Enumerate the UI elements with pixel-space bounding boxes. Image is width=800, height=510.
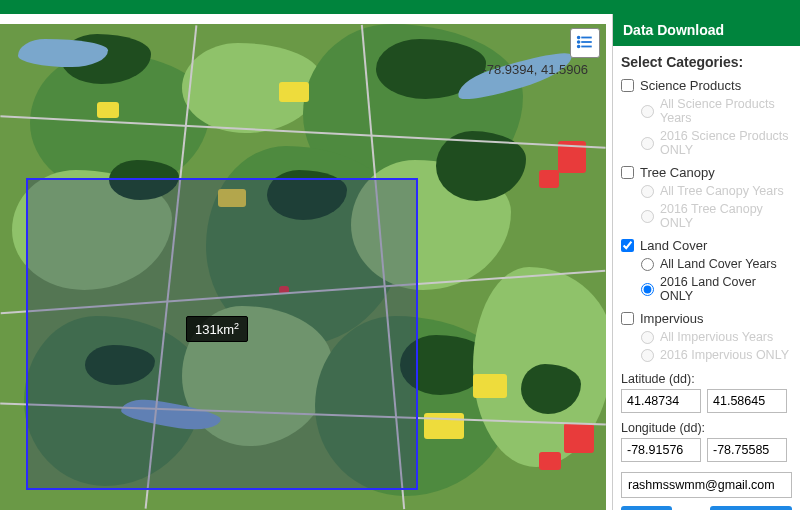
- opt-science-2016: 2016 Science Products ONLY: [641, 127, 792, 159]
- latitude-max-input[interactable]: [707, 389, 787, 413]
- category-label: Impervious: [640, 311, 704, 326]
- category-label: Science Products: [640, 78, 741, 93]
- opt-impervious-2016: 2016 Impervious ONLY: [641, 346, 792, 364]
- svg-point-4: [578, 41, 580, 43]
- checkbox-science[interactable]: [621, 79, 634, 92]
- email-input[interactable]: [621, 472, 792, 498]
- opt-tree-all: All Tree Canopy Years: [641, 182, 792, 200]
- category-landcover: Land Cover All Land Cover Years 2016 Lan…: [621, 236, 792, 305]
- sidebar-title: Data Download: [613, 14, 800, 46]
- opt-landcover-all[interactable]: All Land Cover Years: [641, 255, 792, 273]
- opt-science-all: All Science Products Years: [641, 95, 792, 127]
- opt-impervious-all: All Impervious Years: [641, 328, 792, 346]
- sidebar: Data Download Select Categories: Science…: [612, 14, 800, 510]
- clear-button[interactable]: Clear: [621, 506, 672, 510]
- category-impervious-toggle[interactable]: Impervious: [621, 309, 792, 328]
- latitude-label: Latitude (dd):: [621, 372, 792, 386]
- opt-tree-2016: 2016 Tree Canopy ONLY: [641, 200, 792, 232]
- latitude-min-input[interactable]: [621, 389, 701, 413]
- opt-landcover-2016[interactable]: 2016 Land Cover ONLY: [641, 273, 792, 305]
- longitude-label: Longitude (dd):: [621, 421, 792, 435]
- legend-button[interactable]: [570, 28, 600, 58]
- category-science: Science Products All Science Products Ye…: [621, 76, 792, 159]
- map-pane[interactable]: 131km2 -78.9394, 41.5906: [0, 24, 606, 510]
- checkbox-impervious[interactable]: [621, 312, 634, 325]
- cursor-coordinates: -78.9394, 41.5906: [482, 62, 588, 77]
- area-value: 131km: [195, 322, 234, 337]
- checkbox-landcover[interactable]: [621, 239, 634, 252]
- selection-area-label: 131km2: [186, 316, 248, 342]
- svg-point-3: [578, 36, 580, 38]
- category-tree-toggle[interactable]: Tree Canopy: [621, 163, 792, 182]
- category-landcover-toggle[interactable]: Land Cover: [621, 236, 792, 255]
- checkbox-tree[interactable]: [621, 166, 634, 179]
- longitude-max-input[interactable]: [707, 438, 787, 462]
- list-icon: [576, 33, 594, 54]
- download-button[interactable]: Download: [710, 506, 792, 510]
- category-label: Tree Canopy: [640, 165, 715, 180]
- category-label: Land Cover: [640, 238, 707, 253]
- area-exp: 2: [234, 321, 239, 331]
- categories-heading: Select Categories:: [621, 54, 792, 70]
- svg-point-5: [578, 45, 580, 47]
- longitude-min-input[interactable]: [621, 438, 701, 462]
- category-impervious: Impervious All Impervious Years 2016 Imp…: [621, 309, 792, 364]
- category-tree: Tree Canopy All Tree Canopy Years 2016 T…: [621, 163, 792, 232]
- top-bar: [0, 0, 800, 14]
- category-science-toggle[interactable]: Science Products: [621, 76, 792, 95]
